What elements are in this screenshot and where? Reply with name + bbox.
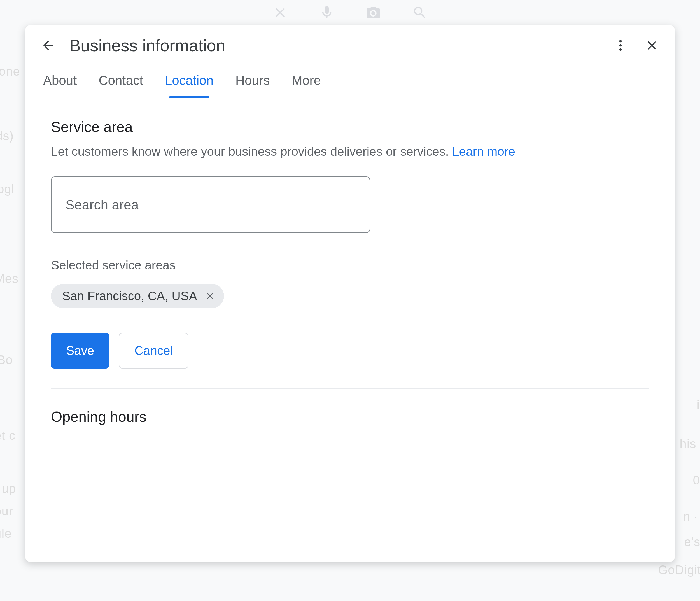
more-options-button[interactable] bbox=[610, 35, 630, 55]
tabs: About Contact Location Hours More bbox=[25, 59, 675, 98]
tab-more[interactable]: More bbox=[290, 68, 322, 98]
action-buttons: Save Cancel bbox=[51, 333, 649, 369]
background-search-icons bbox=[0, 0, 700, 25]
svg-point-1 bbox=[619, 44, 622, 47]
cancel-button[interactable]: Cancel bbox=[119, 333, 189, 369]
business-information-dialog: Business information About Contact Locat… bbox=[25, 25, 675, 562]
tab-hours[interactable]: Hours bbox=[234, 68, 271, 98]
section-divider bbox=[51, 388, 649, 389]
remove-service-area-button[interactable] bbox=[203, 289, 217, 303]
service-area-heading: Service area bbox=[51, 119, 649, 135]
back-button[interactable] bbox=[38, 35, 58, 55]
tab-location[interactable]: Location bbox=[164, 68, 215, 98]
service-area-description-text: Let customers know where your business p… bbox=[51, 145, 449, 158]
search-icon bbox=[412, 5, 428, 21]
close-icon bbox=[272, 5, 288, 21]
dialog-title: Business information bbox=[70, 36, 599, 55]
save-button[interactable]: Save bbox=[51, 333, 109, 369]
learn-more-link[interactable]: Learn more bbox=[452, 145, 515, 158]
service-area-description: Let customers know where your business p… bbox=[51, 143, 649, 160]
more-vert-icon bbox=[613, 38, 628, 53]
opening-hours-heading: Opening hours bbox=[51, 408, 649, 425]
camera-icon bbox=[366, 5, 381, 21]
service-area-chip: San Francisco, CA, USA bbox=[51, 284, 224, 308]
arrow-back-icon bbox=[41, 38, 55, 53]
dialog-header: Business information bbox=[25, 25, 675, 59]
svg-point-0 bbox=[619, 40, 622, 43]
close-icon bbox=[204, 291, 216, 302]
close-dialog-button[interactable] bbox=[642, 35, 662, 55]
tab-contact[interactable]: Contact bbox=[97, 68, 144, 98]
svg-point-2 bbox=[619, 48, 622, 51]
tab-about[interactable]: About bbox=[42, 68, 78, 98]
mic-icon bbox=[319, 5, 334, 21]
selected-service-areas-heading: Selected service areas bbox=[51, 258, 649, 272]
service-area-chip-label: San Francisco, CA, USA bbox=[62, 289, 197, 303]
dialog-content: Service area Let customers know where yo… bbox=[25, 98, 675, 562]
search-area-input[interactable] bbox=[51, 176, 370, 233]
close-icon bbox=[645, 38, 659, 53]
